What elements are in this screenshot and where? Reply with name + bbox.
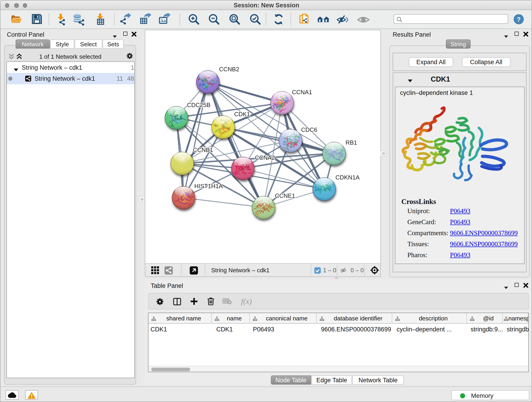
svg-text:CCNA1: CCNA1: [292, 89, 312, 95]
svg-text:HIST1H1A: HIST1H1A: [194, 182, 223, 189]
svg-text:CDC25B: CDC25B: [187, 101, 210, 108]
svg-text:CCNA2: CCNA2: [255, 154, 275, 161]
svg-text:CCNE1: CCNE1: [275, 192, 295, 199]
svg-text:RB1: RB1: [346, 139, 357, 146]
svg-text:?: ?: [517, 16, 520, 23]
svg-text:CCNB2: CCNB2: [219, 65, 239, 72]
svg-text:CDKN1A: CDKN1A: [336, 174, 360, 181]
svg-text:CCNB1: CCNB1: [193, 146, 213, 153]
svg-text:CDC6: CDC6: [301, 126, 317, 133]
svg-text:CDK1: CDK1: [234, 110, 250, 117]
